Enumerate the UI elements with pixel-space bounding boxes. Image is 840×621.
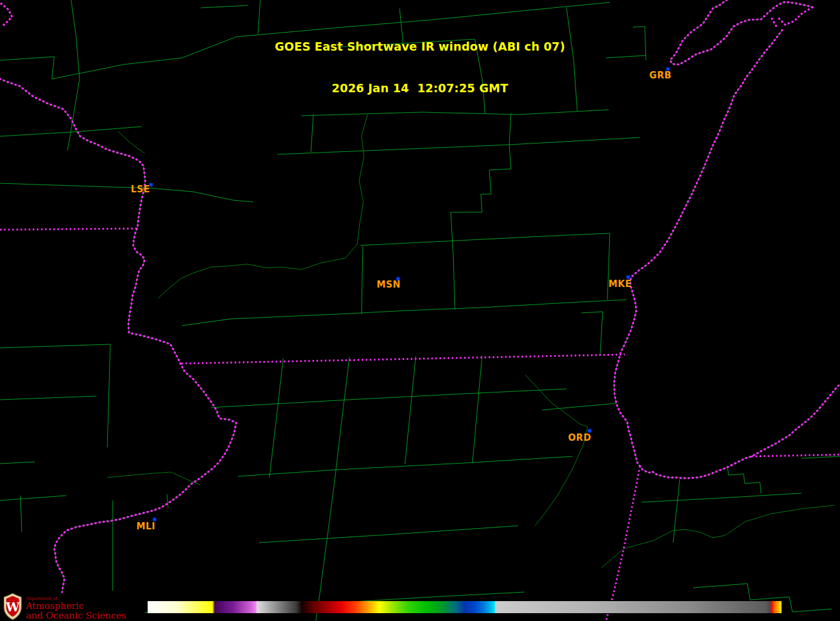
mississippi-river-dots xyxy=(0,79,236,592)
station-label-ORD: ORD xyxy=(568,432,591,443)
station-label-MSN: MSN xyxy=(377,279,401,290)
uw-crest-icon: W xyxy=(3,593,22,620)
temperature-colorbar xyxy=(148,601,782,613)
aos-logo: W Department of Atmospheric and Oceanic … xyxy=(3,593,126,620)
station-label-LSE: LSE xyxy=(131,184,150,195)
tributary-river xyxy=(107,472,200,485)
aos-logo-name1: Atmospheric xyxy=(26,601,126,611)
station-label-MLI: MLI xyxy=(136,521,155,532)
rock-river xyxy=(525,375,588,526)
station-label-MKE: MKE xyxy=(609,279,632,289)
il-in-border xyxy=(606,466,640,621)
aos-logo-name2: and Oceanic Sciences xyxy=(26,611,126,620)
image-title: GOES East Shortwave IR window (ABI ch 07… xyxy=(0,12,840,123)
wisconsin-river xyxy=(158,115,368,298)
mississippi-river-channel xyxy=(0,79,236,592)
mn-ia-border xyxy=(0,229,137,230)
aos-logo-text: Department of Atmospheric and Oceanic Sc… xyxy=(26,593,126,620)
black-river xyxy=(118,131,145,153)
station-label-GRB: GRB xyxy=(650,70,672,81)
svg-text:W: W xyxy=(5,600,20,614)
rivers xyxy=(107,115,835,568)
mi-in-border xyxy=(751,455,840,456)
kankakee-river xyxy=(601,505,835,568)
image-title-line1: GOES East Shortwave IR window (ABI ch 07… xyxy=(0,40,840,54)
state-border-dots xyxy=(0,229,840,621)
satellite-image-viewport: GOES East Shortwave IR window (ABI ch 07… xyxy=(0,0,840,621)
wi-il-border xyxy=(181,355,625,364)
image-title-line2: 2026 Jan 14 12:07:25 GMT xyxy=(0,81,840,95)
